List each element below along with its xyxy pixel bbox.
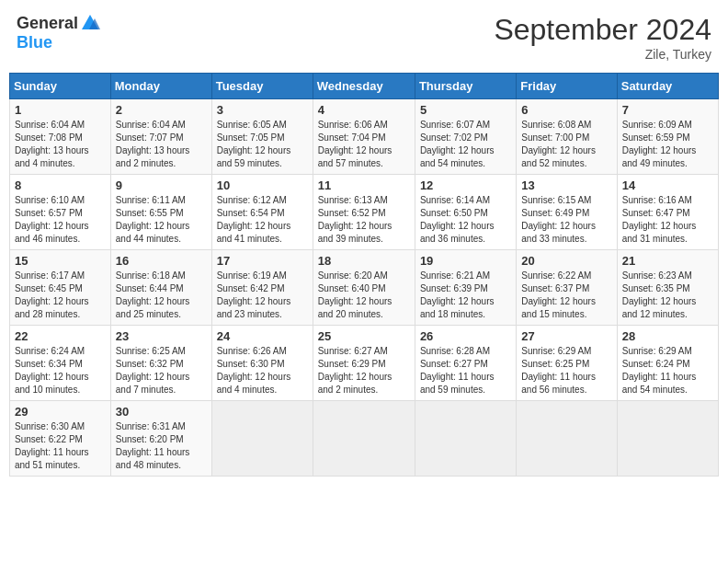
cell-line: Daylight: 12 hours	[318, 144, 410, 157]
cell-line: Daylight: 12 hours	[318, 371, 410, 384]
day-number: 26	[420, 329, 511, 343]
month-title: September 2024	[494, 13, 711, 47]
logo-icon	[80, 13, 100, 33]
weekday-header-saturday: Saturday	[617, 74, 718, 99]
cell-line: Sunset: 7:08 PM	[15, 132, 106, 144]
day-number: 14	[622, 178, 713, 192]
calendar-cell: 21Sunrise: 6:23 AMSunset: 6:35 PMDayligh…	[617, 250, 718, 326]
day-number: 2	[116, 103, 207, 117]
day-number: 22	[15, 329, 106, 343]
cell-line: Daylight: 11 hours	[420, 371, 511, 384]
weekday-header-tuesday: Tuesday	[211, 74, 313, 99]
week-row-3: 15Sunrise: 6:17 AMSunset: 6:45 PMDayligh…	[10, 250, 719, 326]
cell-line: Daylight: 12 hours	[318, 295, 410, 308]
cell-line: and 54 minutes.	[622, 384, 713, 396]
cell-line: Sunrise: 6:09 AM	[622, 119, 713, 132]
calendar-cell: 2Sunrise: 6:04 AMSunset: 7:07 PMDaylight…	[110, 99, 211, 175]
cell-line: Daylight: 12 hours	[116, 295, 207, 308]
cell-line: and 4 minutes.	[217, 384, 308, 396]
logo: General Blue	[17, 13, 102, 52]
page-header: General Blue September 2024 Zile, Turkey	[9, 9, 719, 65]
cell-line: Daylight: 12 hours	[521, 220, 611, 233]
cell-line: Daylight: 13 hours	[15, 144, 106, 157]
cell-line: Sunrise: 6:21 AM	[420, 270, 511, 282]
weekday-header-monday: Monday	[110, 74, 211, 99]
cell-line: Sunset: 7:05 PM	[217, 132, 308, 144]
day-number: 12	[420, 178, 511, 192]
cell-line: Sunset: 7:00 PM	[521, 132, 611, 144]
calendar-cell	[517, 401, 617, 477]
cell-line: and 15 minutes.	[521, 308, 611, 321]
weekday-header-friday: Friday	[517, 74, 617, 99]
day-number: 3	[217, 103, 308, 117]
logo-blue: Blue	[17, 33, 52, 52]
cell-line: and 33 minutes.	[521, 233, 611, 246]
cell-line: and 44 minutes.	[116, 233, 207, 246]
cell-line: and 23 minutes.	[217, 308, 308, 321]
day-number: 29	[15, 405, 106, 419]
day-number: 5	[420, 103, 511, 117]
cell-line: Sunset: 6:37 PM	[521, 282, 611, 295]
cell-line: Sunrise: 6:26 AM	[217, 345, 308, 358]
cell-line: Daylight: 12 hours	[420, 144, 511, 157]
weekday-header-row: SundayMondayTuesdayWednesdayThursdayFrid…	[10, 74, 719, 99]
cell-line: and 25 minutes.	[116, 308, 207, 321]
cell-line: Sunset: 6:34 PM	[15, 358, 106, 371]
cell-line: and 41 minutes.	[217, 233, 308, 246]
cell-line: Sunset: 6:57 PM	[15, 207, 106, 220]
cell-line: Daylight: 12 hours	[420, 220, 511, 233]
cell-line: Sunset: 6:44 PM	[116, 282, 207, 295]
cell-line: and 31 minutes.	[622, 233, 713, 246]
cell-line: Daylight: 12 hours	[420, 295, 511, 308]
cell-line: Sunrise: 6:25 AM	[116, 345, 207, 358]
cell-line: Daylight: 12 hours	[217, 371, 308, 384]
cell-line: Daylight: 12 hours	[622, 220, 713, 233]
cell-line: Sunset: 7:04 PM	[318, 132, 410, 144]
day-number: 23	[116, 329, 207, 343]
cell-line: and 59 minutes.	[217, 157, 308, 170]
cell-line: Daylight: 12 hours	[15, 295, 106, 308]
calendar-cell: 28Sunrise: 6:29 AMSunset: 6:24 PMDayligh…	[617, 326, 718, 401]
calendar-table: SundayMondayTuesdayWednesdayThursdayFrid…	[9, 73, 719, 477]
cell-line: Sunrise: 6:12 AM	[217, 194, 308, 207]
day-number: 11	[318, 178, 410, 192]
cell-line: Daylight: 11 hours	[622, 371, 713, 384]
calendar-cell: 22Sunrise: 6:24 AMSunset: 6:34 PMDayligh…	[10, 326, 111, 401]
cell-line: Sunrise: 6:16 AM	[622, 194, 713, 207]
cell-line: Sunset: 6:40 PM	[318, 282, 410, 295]
cell-line: Sunset: 6:35 PM	[622, 282, 713, 295]
cell-line: Sunrise: 6:15 AM	[521, 194, 611, 207]
week-row-4: 22Sunrise: 6:24 AMSunset: 6:34 PMDayligh…	[10, 326, 719, 401]
day-number: 16	[116, 254, 207, 268]
weekday-header-wednesday: Wednesday	[313, 74, 415, 99]
calendar-cell: 19Sunrise: 6:21 AMSunset: 6:39 PMDayligh…	[415, 250, 516, 326]
cell-line: Daylight: 12 hours	[217, 220, 308, 233]
cell-line: and 28 minutes.	[15, 308, 106, 321]
calendar-cell: 12Sunrise: 6:14 AMSunset: 6:50 PMDayligh…	[415, 175, 516, 250]
day-number: 27	[521, 329, 611, 343]
cell-line: Sunrise: 6:29 AM	[521, 345, 611, 358]
weekday-header-thursday: Thursday	[415, 74, 516, 99]
calendar-cell: 23Sunrise: 6:25 AMSunset: 6:32 PMDayligh…	[110, 326, 211, 401]
calendar-cell: 7Sunrise: 6:09 AMSunset: 6:59 PMDaylight…	[617, 99, 718, 175]
cell-line: and 51 minutes.	[15, 459, 106, 472]
cell-line: Sunset: 6:29 PM	[318, 358, 410, 371]
cell-line: Daylight: 12 hours	[116, 220, 207, 233]
cell-line: Sunset: 6:24 PM	[622, 358, 713, 371]
cell-line: Sunrise: 6:04 AM	[15, 119, 106, 132]
cell-line: and 54 minutes.	[420, 157, 511, 170]
calendar-cell: 9Sunrise: 6:11 AMSunset: 6:55 PMDaylight…	[110, 175, 211, 250]
calendar-cell: 17Sunrise: 6:19 AMSunset: 6:42 PMDayligh…	[211, 250, 313, 326]
cell-line: Daylight: 11 hours	[15, 446, 106, 459]
calendar-cell: 24Sunrise: 6:26 AMSunset: 6:30 PMDayligh…	[211, 326, 313, 401]
cell-line: Sunrise: 6:31 AM	[116, 420, 207, 433]
cell-line: Sunrise: 6:10 AM	[15, 194, 106, 207]
cell-line: and 46 minutes.	[15, 233, 106, 246]
cell-line: and 4 minutes.	[15, 157, 106, 170]
calendar-cell: 3Sunrise: 6:05 AMSunset: 7:05 PMDaylight…	[211, 99, 313, 175]
title-block: September 2024 Zile, Turkey	[494, 13, 711, 62]
day-number: 13	[521, 178, 611, 192]
calendar-cell: 25Sunrise: 6:27 AMSunset: 6:29 PMDayligh…	[313, 326, 415, 401]
calendar-cell: 1Sunrise: 6:04 AMSunset: 7:08 PMDaylight…	[10, 99, 111, 175]
logo-general: General	[17, 15, 78, 31]
